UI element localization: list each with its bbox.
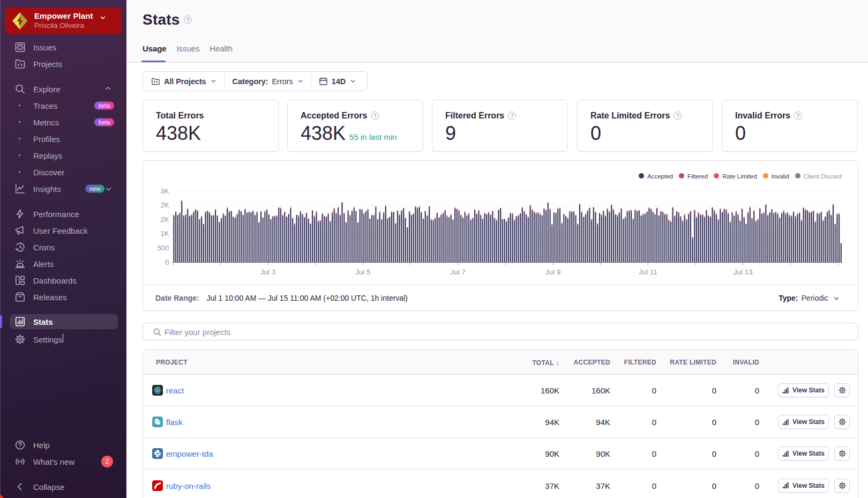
svg-text:0: 0	[165, 258, 169, 266]
svg-text:1K: 1K	[161, 229, 169, 237]
svg-text:Jul 9: Jul 9	[545, 268, 561, 276]
svg-text:Jul 11: Jul 11	[639, 268, 657, 276]
svg-text:2K: 2K	[161, 201, 169, 209]
svg-text:Jul 13: Jul 13	[734, 268, 753, 276]
svg-text:Jul 5: Jul 5	[355, 268, 371, 276]
svg-text:500: 500	[158, 244, 169, 252]
svg-text:2K: 2K	[161, 215, 169, 224]
svg-text:Jul 3: Jul 3	[260, 268, 276, 276]
svg-text:3K: 3K	[161, 187, 169, 195]
svg-text:Jul 7: Jul 7	[450, 268, 466, 276]
